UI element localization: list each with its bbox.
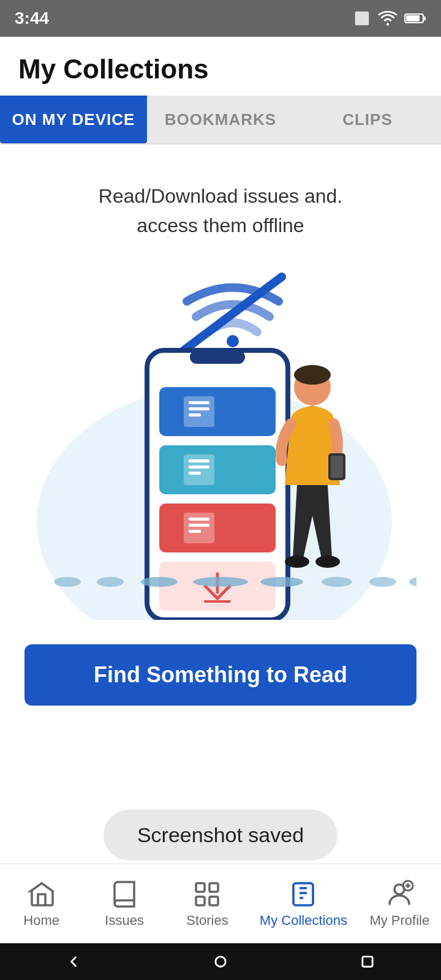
nav-item-home[interactable]: Home (11, 880, 72, 929)
recents-icon (359, 953, 376, 970)
svg-rect-16 (184, 454, 214, 485)
tab-clips[interactable]: CLIPS (294, 96, 441, 143)
wifi-icon (377, 10, 398, 27)
tab-bookmarks[interactable]: BOOKMARKS (147, 96, 294, 143)
offline-illustration (24, 265, 417, 620)
illustration-svg (24, 265, 417, 620)
page-title: My Collections (18, 54, 423, 85)
svg-point-36 (141, 577, 178, 587)
svg-rect-23 (189, 524, 209, 527)
my-collections-icon (288, 880, 318, 909)
svg-point-32 (285, 556, 309, 568)
svg-point-41 (409, 577, 417, 587)
recents-button[interactable] (355, 949, 380, 974)
svg-rect-10 (159, 387, 276, 436)
svg-rect-9 (190, 350, 245, 364)
status-bar: 3:44 (0, 0, 441, 37)
back-icon (65, 953, 82, 970)
svg-point-29 (294, 365, 331, 385)
svg-rect-3 (406, 15, 420, 21)
svg-rect-19 (189, 472, 201, 475)
svg-point-35 (97, 577, 124, 587)
svg-rect-15 (159, 445, 276, 494)
svg-point-34 (54, 577, 81, 587)
svg-point-40 (369, 577, 396, 587)
svg-rect-43 (209, 883, 218, 892)
screenshot-icon (353, 9, 371, 28)
svg-rect-52 (363, 957, 372, 967)
find-something-to-read-button[interactable]: Find Something to Read (24, 644, 417, 706)
svg-rect-24 (189, 530, 201, 533)
svg-rect-0 (355, 12, 369, 26)
battery-icon (404, 12, 426, 24)
svg-rect-14 (189, 413, 201, 417)
nav-label-issues: Issues (105, 913, 144, 929)
svg-point-51 (216, 957, 225, 967)
screenshot-saved-toast: Screenshot saved (104, 810, 337, 861)
nav-item-stories[interactable]: Stories (176, 880, 238, 929)
stories-icon (192, 880, 222, 909)
svg-rect-22 (189, 518, 209, 521)
nav-label-my-profile: My Profile (369, 913, 429, 929)
svg-point-1 (386, 23, 389, 26)
svg-rect-4 (423, 17, 426, 20)
tab-bar: ON MY DEVICE BOOKMARKS CLIPS (0, 96, 441, 145)
tab-on-my-device[interactable]: ON MY DEVICE (0, 96, 147, 143)
issues-icon (110, 880, 139, 909)
svg-rect-17 (189, 459, 209, 462)
nav-label-home: Home (23, 913, 59, 929)
svg-rect-45 (209, 897, 218, 905)
svg-rect-44 (196, 897, 205, 905)
home-system-icon (212, 953, 229, 970)
svg-rect-12 (189, 401, 209, 404)
nav-item-my-profile[interactable]: My Profile (369, 880, 430, 929)
svg-rect-13 (189, 407, 209, 410)
system-nav (0, 943, 441, 980)
svg-point-39 (322, 577, 352, 587)
svg-point-6 (227, 335, 239, 347)
svg-rect-21 (184, 513, 214, 543)
svg-rect-42 (196, 883, 205, 892)
svg-point-37 (193, 577, 248, 587)
status-time: 3:44 (15, 9, 49, 28)
nav-label-stories: Stories (186, 913, 228, 929)
svg-rect-20 (159, 503, 276, 552)
main-content: Read/Download issues and. access them of… (0, 145, 441, 724)
nav-label-my-collections: My Collections (260, 913, 347, 929)
header: My Collections (0, 37, 441, 96)
bottom-nav: Home Issues Stories My Collections (0, 864, 441, 943)
svg-rect-31 (331, 456, 343, 478)
home-icon (27, 880, 56, 909)
nav-item-my-collections[interactable]: My Collections (260, 880, 347, 929)
home-system-button[interactable] (208, 949, 233, 974)
empty-state-text: Read/Download issues and. access them of… (99, 181, 342, 240)
my-profile-icon (385, 880, 414, 909)
svg-rect-18 (189, 466, 209, 469)
nav-item-issues[interactable]: Issues (94, 880, 155, 929)
svg-rect-11 (184, 396, 214, 427)
svg-point-38 (260, 577, 303, 587)
back-button[interactable] (61, 949, 86, 974)
status-icons (353, 9, 426, 28)
svg-point-33 (315, 556, 340, 568)
